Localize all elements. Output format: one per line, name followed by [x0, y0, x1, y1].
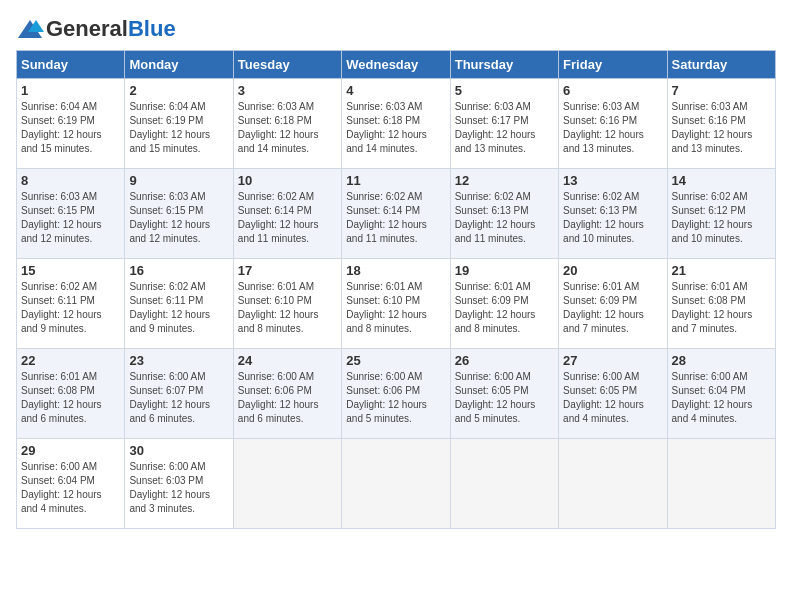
day-info: Sunrise: 6:03 AMSunset: 6:15 PMDaylight:… [21, 190, 120, 246]
day-number: 14 [672, 173, 771, 188]
calendar-week-row: 8Sunrise: 6:03 AMSunset: 6:15 PMDaylight… [17, 169, 776, 259]
day-info: Sunrise: 6:02 AMSunset: 6:12 PMDaylight:… [672, 190, 771, 246]
day-info: Sunrise: 6:00 AMSunset: 6:04 PMDaylight:… [21, 460, 120, 516]
weekday-header-monday: Monday [125, 51, 233, 79]
calendar-day-cell: 11Sunrise: 6:02 AMSunset: 6:14 PMDayligh… [342, 169, 450, 259]
calendar-day-cell: 30Sunrise: 6:00 AMSunset: 6:03 PMDayligh… [125, 439, 233, 529]
day-number: 7 [672, 83, 771, 98]
calendar-day-cell: 14Sunrise: 6:02 AMSunset: 6:12 PMDayligh… [667, 169, 775, 259]
day-info: Sunrise: 6:04 AMSunset: 6:19 PMDaylight:… [129, 100, 228, 156]
weekday-header-thursday: Thursday [450, 51, 558, 79]
calendar-day-cell: 23Sunrise: 6:00 AMSunset: 6:07 PMDayligh… [125, 349, 233, 439]
day-number: 12 [455, 173, 554, 188]
calendar-day-cell: 20Sunrise: 6:01 AMSunset: 6:09 PMDayligh… [559, 259, 667, 349]
day-info: Sunrise: 6:03 AMSunset: 6:15 PMDaylight:… [129, 190, 228, 246]
day-info: Sunrise: 6:00 AMSunset: 6:06 PMDaylight:… [238, 370, 337, 426]
day-number: 8 [21, 173, 120, 188]
calendar-day-cell: 27Sunrise: 6:00 AMSunset: 6:05 PMDayligh… [559, 349, 667, 439]
day-number: 25 [346, 353, 445, 368]
calendar-day-cell: 12Sunrise: 6:02 AMSunset: 6:13 PMDayligh… [450, 169, 558, 259]
day-info: Sunrise: 6:01 AMSunset: 6:08 PMDaylight:… [21, 370, 120, 426]
weekday-header-saturday: Saturday [667, 51, 775, 79]
calendar-day-cell [233, 439, 341, 529]
day-number: 10 [238, 173, 337, 188]
calendar-day-cell [667, 439, 775, 529]
calendar-day-cell: 13Sunrise: 6:02 AMSunset: 6:13 PMDayligh… [559, 169, 667, 259]
calendar-day-cell: 15Sunrise: 6:02 AMSunset: 6:11 PMDayligh… [17, 259, 125, 349]
day-number: 4 [346, 83, 445, 98]
calendar-day-cell: 9Sunrise: 6:03 AMSunset: 6:15 PMDaylight… [125, 169, 233, 259]
day-info: Sunrise: 6:01 AMSunset: 6:08 PMDaylight:… [672, 280, 771, 336]
day-number: 3 [238, 83, 337, 98]
calendar-day-cell: 5Sunrise: 6:03 AMSunset: 6:17 PMDaylight… [450, 79, 558, 169]
weekday-header-row: SundayMondayTuesdayWednesdayThursdayFrid… [17, 51, 776, 79]
calendar-week-row: 15Sunrise: 6:02 AMSunset: 6:11 PMDayligh… [17, 259, 776, 349]
day-number: 30 [129, 443, 228, 458]
day-info: Sunrise: 6:00 AMSunset: 6:07 PMDaylight:… [129, 370, 228, 426]
day-info: Sunrise: 6:00 AMSunset: 6:05 PMDaylight:… [455, 370, 554, 426]
day-number: 2 [129, 83, 228, 98]
day-number: 27 [563, 353, 662, 368]
logo: GeneralBlue [16, 16, 176, 42]
day-info: Sunrise: 6:02 AMSunset: 6:11 PMDaylight:… [21, 280, 120, 336]
calendar-week-row: 29Sunrise: 6:00 AMSunset: 6:04 PMDayligh… [17, 439, 776, 529]
day-info: Sunrise: 6:03 AMSunset: 6:16 PMDaylight:… [563, 100, 662, 156]
calendar-day-cell: 2Sunrise: 6:04 AMSunset: 6:19 PMDaylight… [125, 79, 233, 169]
day-number: 20 [563, 263, 662, 278]
day-number: 22 [21, 353, 120, 368]
logo-blue-text: Blue [128, 16, 176, 42]
day-info: Sunrise: 6:00 AMSunset: 6:03 PMDaylight:… [129, 460, 228, 516]
day-number: 9 [129, 173, 228, 188]
calendar-day-cell [450, 439, 558, 529]
weekday-header-sunday: Sunday [17, 51, 125, 79]
day-info: Sunrise: 6:00 AMSunset: 6:04 PMDaylight:… [672, 370, 771, 426]
calendar-week-row: 1Sunrise: 6:04 AMSunset: 6:19 PMDaylight… [17, 79, 776, 169]
calendar-day-cell: 22Sunrise: 6:01 AMSunset: 6:08 PMDayligh… [17, 349, 125, 439]
day-info: Sunrise: 6:02 AMSunset: 6:11 PMDaylight:… [129, 280, 228, 336]
day-number: 15 [21, 263, 120, 278]
calendar-day-cell: 17Sunrise: 6:01 AMSunset: 6:10 PMDayligh… [233, 259, 341, 349]
day-info: Sunrise: 6:02 AMSunset: 6:14 PMDaylight:… [238, 190, 337, 246]
day-number: 24 [238, 353, 337, 368]
calendar-day-cell: 1Sunrise: 6:04 AMSunset: 6:19 PMDaylight… [17, 79, 125, 169]
day-number: 5 [455, 83, 554, 98]
day-number: 18 [346, 263, 445, 278]
day-number: 23 [129, 353, 228, 368]
calendar-day-cell: 21Sunrise: 6:01 AMSunset: 6:08 PMDayligh… [667, 259, 775, 349]
day-info: Sunrise: 6:01 AMSunset: 6:10 PMDaylight:… [238, 280, 337, 336]
logo-icon [16, 18, 44, 40]
day-info: Sunrise: 6:01 AMSunset: 6:10 PMDaylight:… [346, 280, 445, 336]
day-number: 1 [21, 83, 120, 98]
day-info: Sunrise: 6:01 AMSunset: 6:09 PMDaylight:… [563, 280, 662, 336]
calendar-week-row: 22Sunrise: 6:01 AMSunset: 6:08 PMDayligh… [17, 349, 776, 439]
day-number: 13 [563, 173, 662, 188]
day-info: Sunrise: 6:03 AMSunset: 6:18 PMDaylight:… [346, 100, 445, 156]
logo-general-text: General [46, 16, 128, 42]
calendar-day-cell: 19Sunrise: 6:01 AMSunset: 6:09 PMDayligh… [450, 259, 558, 349]
calendar-day-cell: 28Sunrise: 6:00 AMSunset: 6:04 PMDayligh… [667, 349, 775, 439]
day-number: 11 [346, 173, 445, 188]
day-number: 6 [563, 83, 662, 98]
calendar-day-cell: 25Sunrise: 6:00 AMSunset: 6:06 PMDayligh… [342, 349, 450, 439]
weekday-header-wednesday: Wednesday [342, 51, 450, 79]
calendar-table: SundayMondayTuesdayWednesdayThursdayFrid… [16, 50, 776, 529]
calendar-day-cell: 16Sunrise: 6:02 AMSunset: 6:11 PMDayligh… [125, 259, 233, 349]
day-number: 28 [672, 353, 771, 368]
day-info: Sunrise: 6:00 AMSunset: 6:05 PMDaylight:… [563, 370, 662, 426]
day-info: Sunrise: 6:03 AMSunset: 6:16 PMDaylight:… [672, 100, 771, 156]
calendar-day-cell [559, 439, 667, 529]
day-info: Sunrise: 6:03 AMSunset: 6:17 PMDaylight:… [455, 100, 554, 156]
day-info: Sunrise: 6:04 AMSunset: 6:19 PMDaylight:… [21, 100, 120, 156]
calendar-day-cell: 7Sunrise: 6:03 AMSunset: 6:16 PMDaylight… [667, 79, 775, 169]
day-number: 17 [238, 263, 337, 278]
day-number: 19 [455, 263, 554, 278]
calendar-day-cell: 10Sunrise: 6:02 AMSunset: 6:14 PMDayligh… [233, 169, 341, 259]
calendar-day-cell [342, 439, 450, 529]
weekday-header-friday: Friday [559, 51, 667, 79]
weekday-header-tuesday: Tuesday [233, 51, 341, 79]
day-info: Sunrise: 6:01 AMSunset: 6:09 PMDaylight:… [455, 280, 554, 336]
calendar-day-cell: 6Sunrise: 6:03 AMSunset: 6:16 PMDaylight… [559, 79, 667, 169]
calendar-day-cell: 3Sunrise: 6:03 AMSunset: 6:18 PMDaylight… [233, 79, 341, 169]
day-info: Sunrise: 6:00 AMSunset: 6:06 PMDaylight:… [346, 370, 445, 426]
calendar-day-cell: 18Sunrise: 6:01 AMSunset: 6:10 PMDayligh… [342, 259, 450, 349]
